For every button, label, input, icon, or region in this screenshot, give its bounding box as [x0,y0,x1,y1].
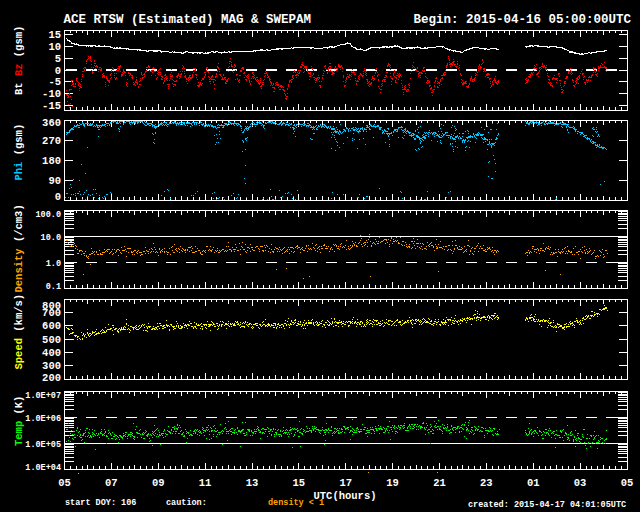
svg-text:10: 10 [48,41,61,53]
svg-text:270: 270 [42,135,61,147]
svg-text:Speed (km/s): Speed (km/s) [13,294,25,370]
svg-text:13: 13 [246,477,259,489]
svg-text:11: 11 [199,477,212,489]
svg-text:start DOY: 106: start DOY: 106 [65,498,136,508]
svg-text:5: 5 [55,53,61,65]
svg-text:360: 360 [42,117,61,129]
svg-text:09: 09 [152,477,165,489]
svg-text:15: 15 [48,29,61,41]
svg-text:density < 1: density < 1 [268,498,324,508]
svg-text:03: 03 [574,477,587,489]
svg-text:90: 90 [48,175,61,187]
svg-text:Phi (gsm): Phi (gsm) [13,124,25,181]
svg-text:01: 01 [527,477,540,489]
svg-text:500: 500 [42,334,61,346]
svg-text:800: 800 [42,300,61,312]
svg-text:caution:: caution: [166,498,207,508]
svg-text:07: 07 [105,477,118,489]
svg-text:1.0E+04: 1.0E+04 [25,463,61,473]
svg-text:21: 21 [433,477,446,489]
svg-text:Begin: 2015-04-16 05:00:00UTC: Begin: 2015-04-16 05:00:00UTC [414,13,632,27]
svg-text:23: 23 [480,477,493,489]
svg-text:-10: -10 [42,88,61,100]
svg-text:600: 600 [42,320,61,332]
svg-text:0.1: 0.1 [46,282,61,292]
svg-text:Density (/cm3): Density (/cm3) [13,204,25,292]
svg-text:0: 0 [55,191,61,203]
svg-text:05: 05 [58,477,71,489]
svg-text:300: 300 [42,360,61,372]
svg-text:180: 180 [42,155,61,167]
svg-text:200: 200 [42,372,61,384]
svg-text:15: 15 [293,477,306,489]
svg-text:05: 05 [621,477,634,489]
svg-text:1.0: 1.0 [46,259,61,269]
svg-text:400: 400 [42,347,61,359]
svg-text:created: 2015-04-17 04:01:05UT: created: 2015-04-17 04:01:05UTC [468,500,626,510]
svg-text:1.0E+07: 1.0E+07 [25,391,61,401]
svg-text:-15: -15 [42,100,61,112]
svg-text:19: 19 [386,477,399,489]
svg-text:0: 0 [55,65,61,77]
svg-text:Bt Bz (gsm): Bt Bz (gsm) [13,26,25,95]
svg-text:Temp (K): Temp (K) [13,396,25,446]
svg-text:17: 17 [339,477,352,489]
svg-text:100.0: 100.0 [35,210,61,220]
svg-text:1.0E+06: 1.0E+06 [25,414,61,424]
svg-text:ACE RTSW (Estimated) MAG & SWE: ACE RTSW (Estimated) MAG & SWEPAM [64,13,312,27]
svg-text:-5: -5 [48,76,61,88]
svg-text:1.0E+05: 1.0E+05 [25,440,61,450]
svg-text:10.0: 10.0 [41,233,61,243]
